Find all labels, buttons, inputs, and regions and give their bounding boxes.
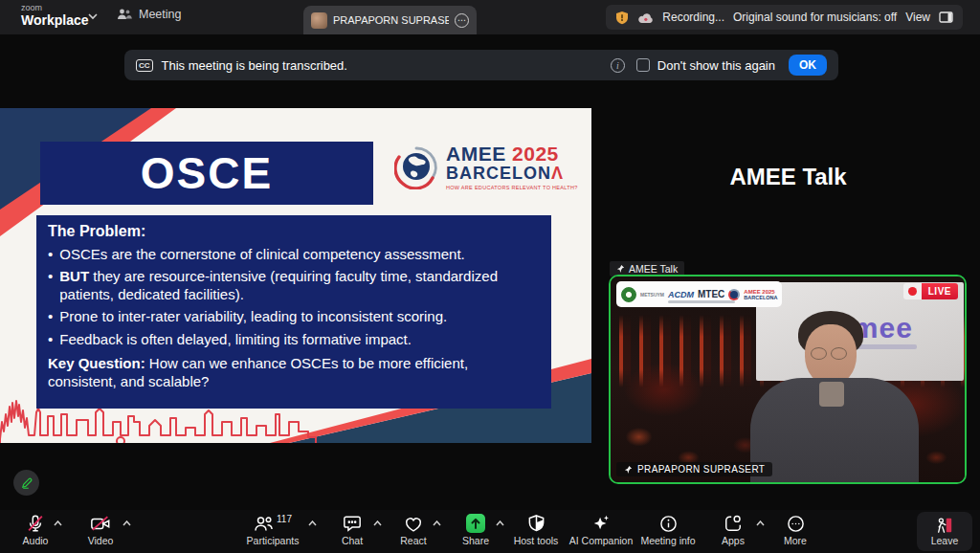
bullet-dot: • [48,307,53,325]
avatar [311,12,327,29]
bullet-item: • Feedback is often delayed, limiting it… [48,330,540,348]
pin-icon [616,264,625,274]
audio-options-caret[interactable] [54,520,62,526]
zoom-logo-small: zoom [21,3,89,12]
video-button[interactable]: Video [70,514,131,546]
audio-button[interactable]: Audio [5,514,66,546]
zoom-meeting-window: zoom Workplace Meeting PRAPAPORN SUPRASE… [0,0,980,553]
leave-button[interactable]: Leave [917,512,972,551]
more-ellipsis-icon [787,514,805,533]
tab-shared-screen[interactable]: PRAPAPORN SUPRASERT's screen ⋯ [303,6,477,34]
bullet-dot: • [48,330,53,348]
apps-button[interactable]: Apps [702,514,764,546]
apps-icon [724,514,743,533]
video-options-caret[interactable] [122,520,131,526]
speaker-name-label: PRAPAPORN SUPRASERT [616,462,772,476]
key-question: Key Question: How can we enhance OSCEs t… [48,354,540,390]
heart-icon [404,514,423,533]
amee-logo-line1: AMEE [446,143,506,165]
amee-logo-line2: BARCELON [446,164,551,183]
bullet-item: • BUT they are resource-intensive (requi… [48,267,540,303]
amee-2025-logo: AMEE 2025 BARCELONΛ HOW ARE EDUCATORS RE… [394,144,578,190]
info-circle-icon [659,514,678,533]
more-button[interactable]: More [765,514,826,546]
bullet-dot: • [48,267,53,303]
host-tools-button[interactable]: Host tools [502,514,569,546]
green-emblem-logo [621,287,636,302]
live-badge: LIVE [903,283,958,299]
meeting-info-button[interactable]: Meeting info [630,514,706,546]
shared-screen-slide: OSCE AMEE 2025 BARCELONΛ HOW ARE EDUCATO… [0,108,591,443]
dont-show-label[interactable]: Don't show this again [657,58,775,73]
bullet-item: • OSCEs are the cornerstone of clinical … [48,245,540,263]
conference-logos-banner: METSUYM ACDM MTEC AMEE 2025 BARCELONA [616,281,782,307]
ai-companion-button[interactable]: AI Companion [563,514,639,546]
original-sound-toggle[interactable]: Original sound for musicians: off [733,11,897,24]
meeting-toolbar: Audio Video [0,510,980,553]
live-label: LIVE [922,283,958,299]
meeting-tab-label: Meeting [139,8,181,21]
slide-title: OSCE [141,147,273,199]
chat-icon [343,514,362,533]
pencil-icon [20,476,33,490]
speaker-video-tile[interactable]: amee METSUYM ACDM MTEC AMEE 2025 BARCELO… [609,275,967,484]
transcription-banner: CC This meeting is being transcribed. i … [124,50,838,80]
meeting-people-icon [117,8,132,21]
speaker-glasses [811,347,847,360]
amee-mini-line2: BARCELONA [744,295,777,300]
share-screen-icon [466,514,485,533]
stage-heading: AMEE Talk [610,164,967,190]
mtec-logo: MTEC [698,289,724,299]
amee-logo-tagline: HOW ARE EDUCATORS RELEVANT TO HEALTH? [446,185,578,190]
amee-logo-year: 2025 [512,143,559,165]
problem-heading: The Problem: [48,222,540,241]
pin-icon [624,465,633,475]
top-right-controls: Recording... Original sound for musician… [606,5,963,30]
view-button[interactable]: View [905,11,930,24]
chat-button[interactable]: Chat [322,514,383,546]
ok-button[interactable]: OK [789,55,827,76]
participants-icon [254,515,274,533]
amee-mini-globe-icon [728,289,740,300]
bullet-item: • Prone to inter-rater variability, lead… [48,307,540,325]
cc-icon: CC [136,59,153,72]
chat-options-caret[interactable] [373,520,382,526]
amee-globe-icon [394,145,438,189]
security-warning-icon[interactable] [615,11,629,25]
microphone-muted-icon [26,514,45,533]
annotate-button[interactable] [13,470,39,496]
recording-label[interactable]: Recording... [662,11,724,24]
tab-options-icon[interactable]: ⋯ [455,13,469,28]
camera-off-icon [90,514,111,533]
shield-icon [527,514,546,533]
transcription-message: This meeting is being transcribed. [162,58,347,73]
shared-screen-tab-label: PRAPAPORN SUPRASERT's screen [333,14,449,26]
participants-options-caret[interactable] [308,520,317,526]
top-bar: zoom Workplace Meeting PRAPAPORN SUPRASE… [0,0,980,34]
workplace-label: Workplace [21,12,89,28]
dont-show-checkbox[interactable] [636,58,650,72]
sparkle-icon [591,514,611,533]
recording-cloud-icon[interactable] [637,11,654,24]
slide-title-box: OSCE [40,142,373,205]
amee-logo-line2-accent: Λ [551,164,564,183]
problem-text-box: The Problem: • OSCEs are the cornerstone… [36,215,551,409]
chevron-down-icon[interactable] [88,13,98,20]
participants-button[interactable]: 117 Participants [242,514,303,546]
react-options-caret[interactable] [433,520,441,526]
info-icon[interactable]: i [611,58,625,73]
view-layout-icon[interactable] [939,11,953,23]
mets-logo: METSUYM [640,292,664,298]
banner-subtext [668,300,735,303]
participants-count: 117 [277,514,292,524]
react-button[interactable]: React [383,514,444,546]
share-button[interactable]: Share [445,514,506,546]
workplace-menu[interactable]: zoom Workplace [21,3,89,28]
speaker-collar [819,382,844,407]
leave-door-icon [934,517,955,534]
apps-options-caret[interactable] [756,520,765,526]
bullet-dot: • [48,245,53,263]
live-dot-icon [903,283,922,299]
acdm-logo: ACDM [668,290,694,299]
tab-meeting[interactable]: Meeting [117,8,181,21]
